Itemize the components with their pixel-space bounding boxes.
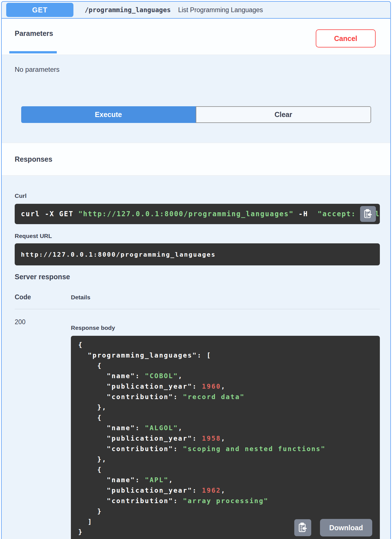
copy-to-clipboard-button[interactable] [360,206,376,222]
clear-button[interactable]: Clear [196,106,371,123]
endpoint-summary: List Programming Languages [178,6,263,14]
parameters-header-band: Parameters Cancel [2,19,390,55]
response-body-json: { "programming_languages": [ { "name": "… [78,340,380,537]
responses-header-band: Responses [2,143,390,176]
responses-body: Curl curl -X GET "http://127.0.0.1:8000/… [2,192,390,539]
curl-command-block[interactable]: curl -X GET "http://127.0.0.1:8000/progr… [15,204,380,224]
http-method-badge: GET [6,3,73,17]
execute-button[interactable]: Execute [21,106,196,123]
status-code: 200 [15,309,71,539]
request-url-text: http://127.0.0.1:8000/programming_langua… [21,251,216,258]
responses-title: Responses [15,155,52,163]
curl-label: Curl [15,192,380,199]
response-details: Response body { "programming_languages":… [71,309,380,539]
clipboard-copy-icon [298,522,308,534]
copy-response-button[interactable] [294,519,311,536]
response-body-block[interactable]: { "programming_languages": [ { "name": "… [71,336,380,539]
cancel-button[interactable]: Cancel [316,29,376,47]
details-column-header: Details [71,294,90,301]
request-url-block: http://127.0.0.1:8000/programming_langua… [15,243,380,265]
response-body-label: Response body [71,324,380,331]
response-table-header: Code Details [15,293,380,301]
code-column-header: Code [15,293,71,301]
no-parameters-message: No parameters [15,66,390,73]
execute-row: Execute Clear [21,106,371,123]
parameters-tab-underline [9,51,57,53]
download-button[interactable]: Download [320,519,372,536]
request-url-label: Request URL [15,233,380,239]
response-row-200: 200 Response body { "programming_languag… [15,309,380,539]
endpoint-path: /programming_languages [85,6,171,14]
curl-command-text: curl -X GET "http://127.0.0.1:8000/progr… [21,210,380,218]
operation-block-get: GET /programming_languages List Programm… [1,1,391,539]
operation-summary-bar[interactable]: GET /programming_languages List Programm… [2,2,390,19]
server-response-label: Server response [15,273,380,281]
parameters-title: Parameters [15,29,53,38]
clipboard-copy-icon [363,209,373,220]
